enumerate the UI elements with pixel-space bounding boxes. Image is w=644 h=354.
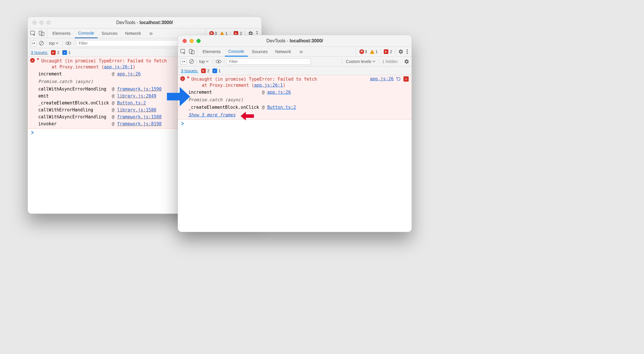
warning-counter[interactable]: 1 [370, 49, 378, 54]
trace-loc: @ library.js:1580 [112, 107, 162, 113]
kebab-icon[interactable] [406, 49, 408, 54]
divider [46, 40, 47, 46]
source-link[interactable]: library.js:2049 [117, 93, 156, 99]
error-header[interactable]: ✕ Uncaught (in promise) TypeError: Faile… [180, 76, 409, 88]
tabs-overflow-icon[interactable] [295, 47, 306, 56]
svg-rect-1 [39, 31, 42, 35]
clear-console-icon[interactable] [189, 59, 194, 64]
clear-console-icon[interactable] [39, 41, 44, 46]
tab-sources[interactable]: Sources [248, 47, 271, 56]
svg-point-4 [256, 33, 258, 34]
traffic-lights [28, 21, 50, 25]
tab-console[interactable]: Console [75, 29, 98, 38]
context-selector[interactable]: top [199, 59, 210, 64]
sidebar-settings-icon[interactable] [404, 59, 409, 64]
trace-fn: invoker [38, 121, 109, 127]
error-side-links: app.js:26 ✕ [370, 76, 409, 82]
source-link[interactable]: framework.js:1588 [117, 114, 162, 120]
close-dot[interactable] [183, 39, 187, 43]
divider [197, 59, 197, 64]
error-counter[interactable]: ✕3 [359, 49, 367, 54]
trace-fn: callWithAsyncErrorHandling [38, 86, 109, 92]
zoom-dot[interactable] [197, 39, 201, 43]
svg-line-7 [40, 42, 43, 45]
source-link[interactable]: app.js:26 [267, 90, 291, 95]
source-link[interactable]: library.js:1580 [117, 107, 156, 113]
svg-point-13 [407, 49, 408, 50]
live-expression-icon[interactable] [65, 41, 72, 45]
dismiss-error-icon[interactable]: ✕ [403, 76, 409, 82]
source-link[interactable]: framework.js:8198 [117, 121, 162, 127]
disclosure-icon[interactable] [37, 58, 39, 62]
source-link[interactable]: Button.ts:2 [267, 105, 296, 110]
tab-elements[interactable]: Elements [49, 28, 74, 38]
trace-fn: callWithAsyncErrorHandling [38, 114, 109, 120]
issue-blue-counter[interactable]: ▪1 [212, 68, 221, 73]
tabs-overflow-icon[interactable] [145, 28, 156, 38]
inspect-icon[interactable] [180, 49, 186, 54]
window-title: DevTools - localhost:3000/ [178, 38, 412, 44]
retry-icon[interactable] [396, 76, 401, 82]
inspect-icon[interactable] [30, 31, 36, 36]
divider [395, 49, 395, 55]
source-link[interactable]: app.js:26 [370, 76, 394, 82]
hidden-count[interactable]: 1 hidden [379, 59, 401, 64]
traffic-lights [178, 39, 201, 43]
tab-network[interactable]: Network [272, 47, 295, 56]
tab-network[interactable]: Network [122, 28, 145, 38]
gear-icon[interactable] [398, 49, 403, 54]
show-more-frames[interactable]: Show 5 more frames [188, 112, 409, 118]
zoom-dot[interactable] [46, 21, 50, 25]
trace-loc: @ Button.ts:2 [112, 100, 162, 106]
dock-controls [178, 47, 197, 56]
context-selector[interactable]: top [49, 41, 60, 46]
source-link[interactable]: framework.js:1590 [117, 86, 162, 92]
console-prompt[interactable] [178, 120, 412, 129]
minimize-dot[interactable] [190, 39, 194, 43]
async-boundary: Promise.catch (async) [188, 97, 296, 102]
device-toggle-icon[interactable] [39, 31, 45, 36]
trace-loc: @ framework.js:1590 [112, 86, 162, 92]
svg-point-3 [256, 31, 258, 32]
filter-input[interactable] [77, 40, 187, 46]
levels-selector[interactable]: Custom levels [342, 59, 375, 64]
issues-link[interactable]: 3 Issues: [181, 68, 198, 73]
tab-sources[interactable]: Sources [98, 28, 121, 38]
flag-counter[interactable]: ▸2 [384, 49, 392, 54]
trace-fn: _createElementBlock.onClick [38, 100, 109, 106]
divider [63, 40, 63, 46]
device-toggle-icon[interactable] [189, 49, 195, 54]
issue-blue-counter[interactable]: ▪1 [62, 50, 71, 55]
trace-fn: emit [38, 93, 109, 99]
console-body: ✕ Uncaught (in promise) TypeError: Faile… [178, 75, 412, 232]
svg-point-15 [407, 53, 408, 54]
tab-console[interactable]: Console [225, 47, 248, 57]
svg-rect-11 [189, 49, 192, 53]
divider [213, 59, 213, 64]
filter-input[interactable] [227, 58, 311, 65]
toggle-sidebar-icon[interactable] [180, 59, 187, 64]
close-dot[interactable] [32, 21, 37, 25]
error-message: Uncaught (in promise) TypeError: Failed … [41, 58, 167, 70]
tab-elements[interactable]: Elements [199, 47, 224, 56]
disclosure-icon[interactable] [187, 76, 190, 80]
trace-loc: @ framework.js:8198 [112, 121, 162, 127]
issue-red-counter[interactable]: ▸2 [51, 50, 59, 55]
source-link[interactable]: app.js:26 [117, 71, 141, 77]
console-toolbar: top Custom levels 1 hidden [178, 57, 412, 66]
stack-trace: increment @ app.js:26 Promise.catch (asy… [188, 90, 409, 110]
issue-red-counter[interactable]: ▸2 [201, 68, 210, 73]
trace-loc: @ Button.ts:2 [262, 105, 296, 110]
live-expression-icon[interactable] [215, 59, 222, 64]
minimize-dot[interactable] [39, 21, 43, 25]
toggle-sidebar-icon[interactable] [30, 40, 37, 46]
trace-loc: @ library.js:2049 [112, 93, 162, 99]
titlebar: DevTools - localhost:3000/ [28, 17, 261, 28]
issues-link[interactable]: 3 Issues: [31, 50, 48, 55]
devtools-window-after: DevTools - localhost:3000/ Elements Cons… [178, 35, 412, 232]
error-source-link[interactable]: app.js:26:1 [104, 64, 133, 70]
trace-loc: @ app.js:26 [112, 71, 162, 77]
svg-point-9 [68, 42, 69, 44]
source-link[interactable]: Button.ts:2 [117, 100, 146, 106]
error-source-link[interactable]: app.js:26:1 [254, 83, 283, 88]
